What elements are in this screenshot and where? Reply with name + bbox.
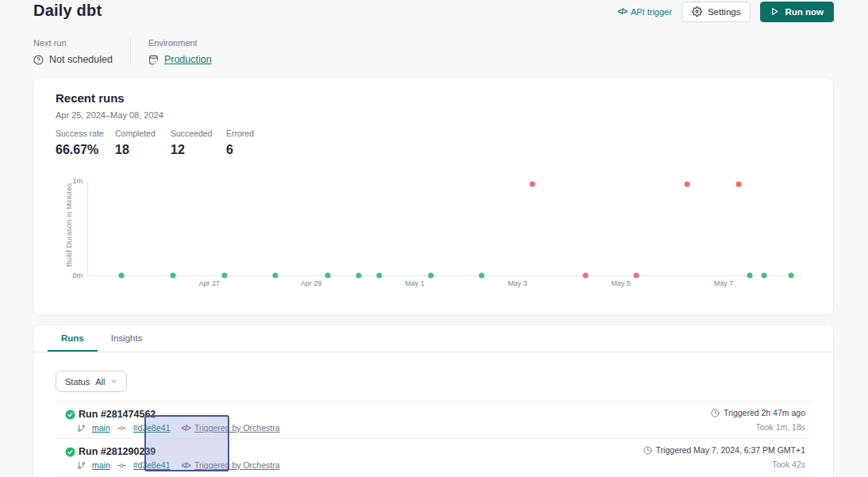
run-dot-success[interactable] xyxy=(355,273,361,279)
code-icon: </> xyxy=(617,7,626,16)
trigger-badge: </> Triggered by Orchestra xyxy=(181,423,279,433)
status-filter-label: Status xyxy=(65,377,90,387)
header-controls: </> API trigger Settings Run now xyxy=(617,1,834,22)
gear-icon xyxy=(692,6,702,17)
status-filter-dropdown[interactable]: Status All xyxy=(56,371,127,392)
git-branch-icon xyxy=(77,461,86,470)
clock-icon xyxy=(711,409,720,417)
database-icon xyxy=(148,55,159,65)
stat-errored: Errored 6 xyxy=(226,129,274,157)
commit-link[interactable]: #d3e8e41 xyxy=(133,460,171,470)
trigger-source-link[interactable]: Triggered by Orchestra xyxy=(194,460,280,470)
stat-success-rate: Success rate 66.67% xyxy=(56,129,115,157)
git-commit-icon xyxy=(117,461,127,470)
success-check-icon xyxy=(65,410,75,420)
run-dot-error[interactable] xyxy=(685,181,690,187)
branch-link[interactable]: main xyxy=(92,423,110,433)
status-filter-value: All xyxy=(95,377,105,387)
date-range: Apr 25, 2024–May 08, 2024 xyxy=(56,110,163,120)
runs-list: Run #281474562 main #d3e8e41 </> Trigger… xyxy=(56,401,811,476)
run-dot-success[interactable] xyxy=(119,273,125,279)
commit-link[interactable]: #d3e8e41 xyxy=(133,423,171,433)
git-commit-icon xyxy=(117,424,127,433)
runs-card: Runs Insights Status All Run #281474562 … xyxy=(33,325,833,477)
help-circle-icon xyxy=(33,55,44,65)
settings-button[interactable]: Settings xyxy=(682,2,751,22)
run-dot-success[interactable] xyxy=(789,273,794,279)
page-title: Daily dbt xyxy=(33,2,102,20)
trigger-badge: </> Triggered by Orchestra xyxy=(181,460,279,470)
run-subrow: main #d3e8e41 </> Triggered by Orchestra xyxy=(77,460,280,470)
x-tick-label: May 1 xyxy=(405,279,424,287)
x-tick-label: Apr 29 xyxy=(301,279,322,287)
success-check-icon xyxy=(65,447,75,457)
play-icon xyxy=(770,7,779,16)
run-dot-success[interactable] xyxy=(273,273,278,279)
chart-plot: Apr 27Apr 29May 1May 3May 5May 7 xyxy=(87,181,801,276)
tab-bar: Runs Insights xyxy=(33,325,833,352)
run-row[interactable]: Run #281474562 main #d3e8e41 </> Trigger… xyxy=(56,402,811,439)
stat-completed: Completed 18 xyxy=(115,129,171,157)
y-axis-title: Build Duration in Minutes xyxy=(64,174,73,277)
run-triggered-time: Triggered 2h 47m ago xyxy=(724,408,805,417)
clock-icon xyxy=(643,446,652,455)
git-branch-icon xyxy=(77,424,86,433)
run-dot-success[interactable] xyxy=(221,273,227,279)
run-dot-error[interactable] xyxy=(735,181,741,187)
tab-runs[interactable]: Runs xyxy=(48,325,98,352)
stats-row: Success rate 66.67% Completed 18 Succeed… xyxy=(56,129,274,157)
run-dot-success[interactable] xyxy=(376,273,382,279)
api-trigger-link[interactable]: </> API trigger xyxy=(617,7,671,17)
next-run-value: Not scheduled xyxy=(49,54,113,65)
run-dot-success[interactable] xyxy=(170,273,175,279)
x-tick-label: Apr 27 xyxy=(199,279,221,287)
stat-succeeded: Succeeded 12 xyxy=(171,129,226,157)
next-run-section: Next run Not scheduled xyxy=(33,38,130,65)
run-dot-success[interactable] xyxy=(325,273,331,279)
run-dot-error[interactable] xyxy=(634,273,639,279)
run-row[interactable]: Run #281290239 main #d3e8e41 </> Trigger… xyxy=(56,439,811,476)
environment-section: Environment Production xyxy=(130,38,229,65)
tab-insights[interactable]: Insights xyxy=(98,325,156,352)
x-tick-label: May 3 xyxy=(508,279,528,287)
run-now-button[interactable]: Run now xyxy=(760,2,834,22)
run-dot-success[interactable] xyxy=(762,273,767,279)
run-duration: Took 42s xyxy=(772,460,805,469)
code-icon: </> xyxy=(181,461,190,470)
next-run-label: Next run xyxy=(33,38,113,48)
trigger-source-link[interactable]: Triggered by Orchestra xyxy=(194,423,280,433)
run-subrow: main #d3e8e41 </> Triggered by Orchestra xyxy=(77,423,280,433)
recent-runs-card: Recent runs Apr 25, 2024–May 08, 2024 Su… xyxy=(33,78,833,315)
run-triggered-time: Triggered May 7, 2024, 6:37 PM GMT+1 xyxy=(656,445,805,455)
run-duration: Took 1m, 18s xyxy=(756,422,805,432)
run-title[interactable]: Run #281474562 xyxy=(79,409,156,420)
x-tick-label: May 5 xyxy=(611,279,631,287)
recent-runs-title: Recent runs xyxy=(56,91,125,105)
environment-link[interactable]: Production xyxy=(164,54,212,65)
chevron-down-icon xyxy=(110,378,117,385)
environment-label: Environment xyxy=(148,38,212,48)
run-dot-success[interactable] xyxy=(747,273,753,279)
x-tick-label: May 7 xyxy=(714,279,734,287)
code-icon: </> xyxy=(181,424,190,433)
job-meta: Next run Not scheduled Environment Produ… xyxy=(33,38,229,65)
branch-link[interactable]: main xyxy=(92,460,110,470)
run-dot-error[interactable] xyxy=(582,273,588,279)
run-title[interactable]: Run #281290239 xyxy=(79,446,156,457)
run-dot-error[interactable] xyxy=(530,181,536,187)
run-dot-success[interactable] xyxy=(479,273,485,279)
run-dot-success[interactable] xyxy=(428,273,433,279)
